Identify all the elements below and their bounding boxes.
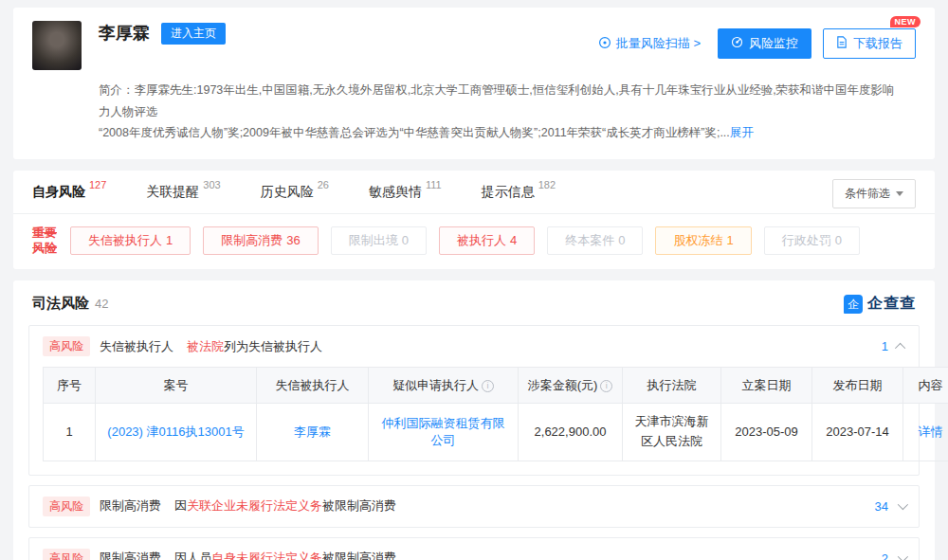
section-header[interactable]: 高风险 限制高消费 因人员自身未履行法定义务被限制高消费 2 xyxy=(29,538,919,560)
section-count: 1 xyxy=(882,339,888,353)
person-link[interactable]: 李厚霖 xyxy=(294,425,331,439)
important-risk-row: 重要 风险 失信被执行人1 限制高消费36 限制出境0 被执行人4 终本案件0 … xyxy=(13,214,935,270)
chevron-down-icon[interactable] xyxy=(898,499,908,510)
section-limit-consumption-related: 高风险 限制高消费 因关联企业未履行法定义务被限制高消费 34 xyxy=(28,485,920,528)
col-header-court: 执行法院 xyxy=(623,368,721,404)
qichacha-logo-icon: 企 xyxy=(844,295,863,314)
pill-limit-consumption[interactable]: 限制高消费36 xyxy=(203,226,318,255)
document-icon xyxy=(836,36,848,51)
section-header[interactable]: 高风险 限制高消费 因关联企业未履行法定义务被限制高消费 34 xyxy=(29,486,919,527)
section-count: 2 xyxy=(882,551,888,560)
important-risk-stamp: 重要 风险 xyxy=(32,226,57,257)
profile-card: 李厚霖 进入主页 批量风险扫描 > 风险监控 下载报告 NEW 简介：李厚霖先生… xyxy=(13,8,935,159)
section-shixin: 高风险 失信被执行人 被法院列为失信被执行人 1 序号 案号 失信被执行人 xyxy=(28,325,920,476)
batch-risk-scan-label: 批量风险扫描 > xyxy=(616,35,701,52)
tab-bar: 自身风险 127 关联提醒 303 历史风险 26 敏感舆情 111 提示信息 … xyxy=(13,171,935,214)
intro-line1: 李厚霖先生:1973年出生,中国国籍,无永久境外居留权,北京大学工商管理硕士,恒… xyxy=(99,83,895,118)
section-limit-consumption-self: 高风险 限制高消费 因人员自身未履行法定义务被限制高消费 2 xyxy=(28,537,920,560)
col-header-person: 失信被执行人 xyxy=(257,368,369,404)
cell-filing-date: 2023-05-09 xyxy=(721,404,812,461)
section-header-shixin[interactable]: 高风险 失信被执行人 被法院列为失信被执行人 1 xyxy=(29,326,919,367)
info-icon[interactable] xyxy=(600,380,612,392)
risk-monitor-label: 风险监控 xyxy=(749,35,798,52)
pill-equity-freeze[interactable]: 股权冻结1 xyxy=(655,226,751,255)
judicial-risk-count: 42 xyxy=(95,297,108,311)
download-report-label: 下载报告 xyxy=(853,35,902,52)
col-header-publish-date: 发布日期 xyxy=(812,368,903,404)
info-icon[interactable] xyxy=(482,380,494,392)
avatar xyxy=(32,21,82,70)
shixin-table: 序号 案号 失信被执行人 疑似申请执行人 涉案金额(元) 执行法院 立案日期 发… xyxy=(43,367,948,461)
section-count: 34 xyxy=(875,499,888,514)
filter-label: 条件筛选 xyxy=(845,186,890,202)
caret-down-icon xyxy=(896,191,903,196)
batch-risk-scan-link[interactable]: 批量风险扫描 > xyxy=(598,35,701,52)
tab-hint-info[interactable]: 提示信息 182 xyxy=(482,170,556,213)
new-badge: NEW xyxy=(890,16,921,27)
col-header-no: 序号 xyxy=(44,368,96,404)
cell-publish-date: 2023-07-14 xyxy=(812,404,903,461)
cell-amount: 2,622,900.00 xyxy=(519,404,623,461)
judicial-risk-card: 司法风险 42 企 企查查 高风险 失信被执行人 被法院列为失信被执行人 1 xyxy=(13,280,935,560)
enter-homepage-button[interactable]: 进入主页 xyxy=(161,23,226,45)
intro-label: 简介： xyxy=(99,83,135,97)
detail-link[interactable]: 详情 xyxy=(919,425,943,439)
qichacha-logo[interactable]: 企 企查查 xyxy=(844,294,916,314)
table-row: 1 (2023) 津0116执13001号 李厚霖 仲利国际融资租赁有限公司 2… xyxy=(44,404,948,461)
filter-button[interactable]: 条件筛选 xyxy=(832,179,916,208)
col-header-applicant: 疑似申请执行人 xyxy=(369,368,519,404)
cell-court: 天津市滨海新区人民法院 xyxy=(623,404,721,461)
pill-final-case: 终本案件0 xyxy=(547,226,643,255)
high-risk-badge: 高风险 xyxy=(43,549,90,560)
tab-self-risk[interactable]: 自身风险 127 xyxy=(32,170,106,213)
profile-intro: 简介：李厚霖先生:1973年出生,中国国籍,无永久境外居留权,北京大学工商管理硕… xyxy=(99,80,916,144)
col-header-filing-date: 立案日期 xyxy=(721,368,812,404)
tab-history-risk[interactable]: 历史风险 26 xyxy=(261,170,329,213)
scan-icon xyxy=(598,36,611,52)
col-header-case: 案号 xyxy=(96,368,257,404)
high-risk-badge: 高风险 xyxy=(43,336,90,356)
pill-exit-ban: 限制出境0 xyxy=(331,226,427,255)
pill-admin-penalty: 行政处罚0 xyxy=(764,226,860,255)
col-header-content: 内容 xyxy=(903,368,948,404)
page-title: 李厚霖 xyxy=(99,22,150,45)
col-header-amount: 涉案金额(元) xyxy=(519,368,623,404)
applicant-link[interactable]: 仲利国际融资租赁有限公司 xyxy=(382,416,505,447)
tab-related-alerts[interactable]: 关联提醒 303 xyxy=(146,170,220,213)
pill-shixin[interactable]: 失信被执行人1 xyxy=(70,226,191,255)
download-report-button[interactable]: 下载报告 NEW xyxy=(823,28,916,59)
risk-tabs-card: 自身风险 127 关联提醒 303 历史风险 26 敏感舆情 111 提示信息 … xyxy=(13,171,935,270)
case-number-link[interactable]: (2023) 津0116执13001号 xyxy=(107,425,244,439)
chevron-up-icon[interactable] xyxy=(895,342,905,352)
chevron-down-icon[interactable] xyxy=(898,551,908,560)
tab-sensitive-sentiment[interactable]: 敏感舆情 111 xyxy=(369,170,442,213)
qichacha-logo-text: 企查查 xyxy=(867,294,916,314)
high-risk-badge: 高风险 xyxy=(43,497,90,516)
judicial-risk-title: 司法风险 xyxy=(32,295,89,313)
intro-line2: “2008年度优秀诚信人物”奖;2009年被中华慈善总会评选为“中华慈善突出贡献… xyxy=(99,126,730,139)
pill-executed-person[interactable]: 被执行人4 xyxy=(439,226,535,255)
expand-link[interactable]: 展开 xyxy=(730,126,754,139)
cell-no: 1 xyxy=(44,404,96,461)
radar-icon xyxy=(731,36,743,51)
risk-monitor-button[interactable]: 风险监控 xyxy=(718,28,811,59)
